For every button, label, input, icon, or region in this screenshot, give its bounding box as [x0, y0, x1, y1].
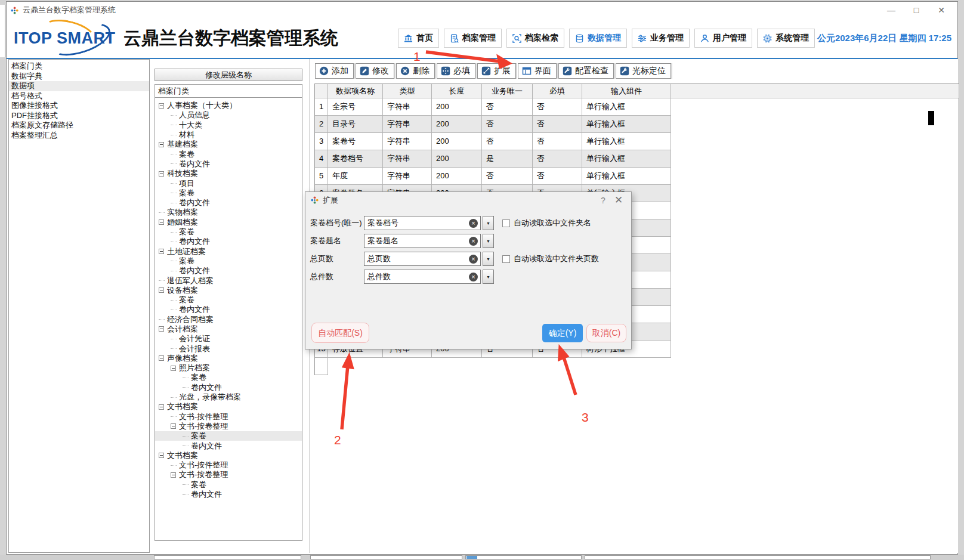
config-check-button[interactable]: 配置检查: [558, 63, 614, 79]
nav-archive-search[interactable]: 档案检索: [506, 29, 564, 48]
cancel-button[interactable]: 取消(C): [586, 324, 626, 342]
tree-item[interactable]: 会计报表: [155, 344, 302, 353]
auto-read-checkbox[interactable]: 自动读取选中文件夹页数: [502, 253, 599, 264]
tree-item[interactable]: 卷内文件: [155, 490, 302, 499]
combobox-value[interactable]: 案卷档号: [364, 216, 481, 230]
clear-icon[interactable]: [469, 255, 478, 264]
nav-system-manage[interactable]: 系统管理: [757, 29, 815, 48]
clear-icon[interactable]: [469, 273, 478, 281]
sidebar-item[interactable]: 档号格式: [9, 91, 149, 101]
tree-item[interactable]: 婚姻档案: [155, 218, 302, 227]
sidebar-item[interactable]: PDF挂接格式: [9, 111, 149, 121]
clear-icon[interactable]: [469, 237, 478, 246]
table-row[interactable]: 3案卷号字符串200否否单行输入框: [315, 133, 959, 150]
tree-item[interactable]: 会计档案: [155, 324, 302, 334]
tree-item[interactable]: 文书档案: [155, 451, 302, 460]
auto-match-button[interactable]: 自动匹配(S): [311, 323, 369, 343]
interface-button[interactable]: 界面: [518, 63, 557, 79]
nav-data-manage[interactable]: 数据管理: [569, 29, 627, 48]
collapse-icon[interactable]: [159, 142, 164, 147]
tree-item[interactable]: 文书-按件整理: [155, 412, 302, 422]
tree-item[interactable]: 案卷: [155, 431, 302, 441]
combobox-value[interactable]: 总页数: [364, 252, 481, 266]
collapse-icon[interactable]: [159, 249, 164, 254]
sidebar-item[interactable]: 档案门类: [9, 61, 149, 72]
collapse-icon[interactable]: [159, 355, 164, 361]
collapse-icon[interactable]: [159, 404, 164, 410]
collapse-icon[interactable]: [159, 103, 164, 109]
collapse-icon[interactable]: [171, 472, 176, 478]
cursor-locate-button[interactable]: 光标定位: [616, 63, 671, 79]
minimize-button[interactable]: —: [879, 3, 904, 17]
tree-item[interactable]: 十大类: [155, 120, 302, 130]
tree-item[interactable]: 卷内文件: [155, 237, 302, 246]
tree-item[interactable]: 案卷: [155, 295, 302, 305]
tree-item[interactable]: 文书-按件整理: [155, 460, 302, 470]
dropdown-arrow-icon[interactable]: [483, 234, 494, 248]
tree-item[interactable]: 案卷: [155, 373, 302, 382]
tree-item[interactable]: 卷内文件: [155, 198, 302, 208]
combobox-value[interactable]: 总件数: [364, 270, 481, 284]
close-button[interactable]: ✕: [929, 3, 954, 17]
dropdown-arrow-icon[interactable]: [483, 270, 494, 284]
collapse-icon[interactable]: [159, 171, 164, 177]
dropdown-arrow-icon[interactable]: [483, 216, 494, 230]
tree-item[interactable]: 文书-按卷整理: [155, 422, 302, 431]
extend-button[interactable]: 扩展: [477, 63, 516, 79]
field-combobox[interactable]: 总件数: [364, 270, 494, 284]
field-combobox[interactable]: 案卷题名: [364, 234, 494, 248]
tree-item[interactable]: 土地证档案: [155, 246, 302, 256]
collapse-icon[interactable]: [159, 287, 164, 293]
sidebar-item[interactable]: 档案原文存储路径: [9, 120, 149, 131]
tree-item[interactable]: 人事档案（十大类）: [155, 101, 302, 110]
tree-item[interactable]: 案卷: [155, 256, 302, 266]
collapse-icon[interactable]: [159, 326, 164, 332]
tree-item[interactable]: 卷内文件: [155, 159, 302, 169]
tree-item[interactable]: 卷内文件: [155, 383, 302, 392]
tree-item[interactable]: 人员信息: [155, 110, 302, 120]
table-row[interactable]: 2目录号字符串200否否单行输入框: [315, 116, 959, 133]
tree-item[interactable]: 声像档案: [155, 354, 302, 363]
edit-button[interactable]: 修改: [356, 63, 394, 79]
tree-item[interactable]: 案卷: [155, 227, 302, 237]
delete-button[interactable]: 删除: [396, 63, 435, 79]
field-combobox[interactable]: 案卷档号: [364, 216, 494, 230]
tree-item[interactable]: 文书档案: [155, 402, 302, 412]
dropdown-arrow-icon[interactable]: [483, 252, 494, 266]
sidebar-item[interactable]: 数据字典: [9, 72, 149, 82]
tree-item[interactable]: 会计凭证: [155, 334, 302, 344]
tree-item[interactable]: 案卷: [155, 149, 302, 159]
tree-item[interactable]: 案卷: [155, 188, 302, 198]
sidebar-item[interactable]: 档案整理汇总: [9, 131, 149, 141]
tree-item[interactable]: 科技档案: [155, 169, 302, 178]
combobox-value[interactable]: 案卷题名: [364, 234, 481, 248]
tree-item[interactable]: 经济合同档案: [155, 315, 302, 324]
tree-item[interactable]: 卷内文件: [155, 305, 302, 314]
nav-business-manage[interactable]: 业务管理: [632, 29, 690, 48]
tree-item[interactable]: 卷内文件: [155, 266, 302, 276]
clear-icon[interactable]: [469, 219, 478, 228]
table-row[interactable]: 1全宗号字符串200否否单行输入框: [315, 98, 959, 116]
auto-read-checkbox[interactable]: 自动读取选中文件夹名: [502, 218, 591, 228]
tree-item[interactable]: 项目: [155, 178, 302, 188]
tree-item[interactable]: 材料: [155, 130, 302, 140]
tree-item[interactable]: 照片档案: [155, 363, 302, 373]
field-combobox[interactable]: 总页数: [364, 252, 494, 266]
add-button[interactable]: 添加: [315, 63, 354, 79]
table-row[interactable]: 4案卷档号字符串200是否单行输入框: [315, 150, 959, 168]
required-button[interactable]: 必填: [437, 63, 475, 79]
tree-item[interactable]: 设备档案: [155, 286, 302, 295]
checkbox-icon[interactable]: [502, 219, 510, 227]
tree-item[interactable]: 光盘，录像带档案: [155, 392, 302, 402]
collapse-icon[interactable]: [159, 219, 164, 225]
tree-item[interactable]: 实物档案: [155, 208, 302, 217]
collapse-icon[interactable]: [171, 423, 176, 429]
tree-item[interactable]: 卷内文件: [155, 441, 302, 450]
nav-archive-manage[interactable]: 档案管理: [444, 29, 502, 48]
tree-item[interactable]: 案卷: [155, 480, 302, 490]
dialog-close-button[interactable]: ✕: [611, 194, 626, 206]
nav-user-manage[interactable]: 用户管理: [694, 29, 752, 48]
nav-home[interactable]: 首页: [398, 29, 439, 48]
confirm-button[interactable]: 确定(Y): [542, 324, 583, 342]
dialog-help-button[interactable]: ?: [595, 196, 611, 205]
